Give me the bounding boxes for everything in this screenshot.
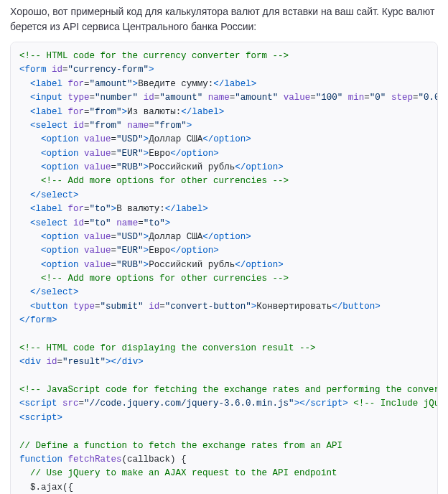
intro-text: Хорошо, вот примерный код для калькулято…	[0, 0, 448, 42]
code-content: <!-- HTML code for the currency converte…	[19, 50, 429, 494]
code-block: <!-- HTML code for the currency converte…	[10, 42, 438, 494]
